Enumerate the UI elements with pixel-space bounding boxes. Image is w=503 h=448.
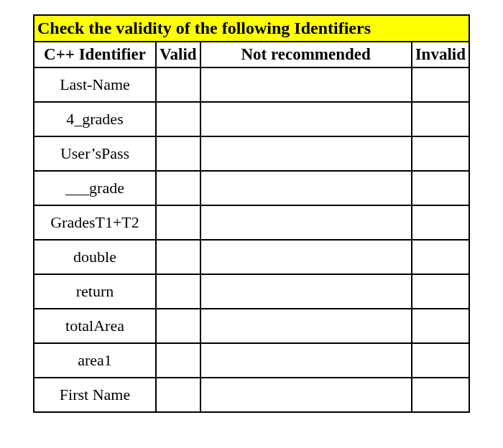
column-header-valid: Valid — [156, 42, 200, 67]
cell-identifier: return — [34, 274, 156, 309]
cell-valid[interactable] — [156, 67, 200, 102]
cell-notrecommended[interactable] — [200, 309, 412, 343]
table-row: area1 — [34, 343, 469, 378]
column-header-invalid: Invalid — [412, 42, 469, 67]
table-row: User’sPass — [34, 136, 469, 171]
table-row: 4_grades — [34, 102, 469, 136]
cell-notrecommended[interactable] — [200, 136, 412, 171]
cell-invalid[interactable] — [412, 136, 469, 171]
cell-valid[interactable] — [156, 102, 200, 136]
cell-notrecommended[interactable] — [200, 171, 412, 205]
cell-invalid[interactable] — [412, 240, 469, 274]
cell-identifier: totalArea — [34, 309, 156, 343]
cell-valid[interactable] — [156, 378, 200, 412]
cell-valid[interactable] — [156, 136, 200, 171]
cell-invalid[interactable] — [412, 309, 469, 343]
cell-notrecommended[interactable] — [200, 102, 412, 136]
cell-notrecommended[interactable] — [200, 240, 412, 274]
cell-notrecommended[interactable] — [200, 274, 412, 309]
table-header-row: C++ Identifier Valid Not recommended Inv… — [34, 42, 469, 67]
cell-identifier: area1 — [34, 343, 156, 378]
cell-valid[interactable] — [156, 205, 200, 240]
cell-valid[interactable] — [156, 240, 200, 274]
cell-identifier: First Name — [34, 378, 156, 412]
cell-invalid[interactable] — [412, 205, 469, 240]
cell-identifier: ___grade — [34, 171, 156, 205]
cell-valid[interactable] — [156, 171, 200, 205]
cell-valid[interactable] — [156, 274, 200, 309]
cell-invalid[interactable] — [412, 343, 469, 378]
cell-notrecommended[interactable] — [200, 378, 412, 412]
cell-identifier: Last-Name — [34, 67, 156, 102]
cell-valid[interactable] — [156, 309, 200, 343]
cell-identifier: User’sPass — [34, 136, 156, 171]
cell-notrecommended[interactable] — [200, 67, 412, 102]
table-title-row: Check the validity of the following Iden… — [34, 15, 469, 42]
cell-invalid[interactable] — [412, 67, 469, 102]
table-row: GradesT1+T2 — [34, 205, 469, 240]
column-header-notrecommended: Not recommended — [200, 42, 412, 67]
identifier-table: Check the validity of the following Iden… — [33, 14, 470, 413]
cell-notrecommended[interactable] — [200, 343, 412, 378]
cell-invalid[interactable] — [412, 171, 469, 205]
cell-identifier: GradesT1+T2 — [34, 205, 156, 240]
table-row: Last-Name — [34, 67, 469, 102]
table-row: double — [34, 240, 469, 274]
table-row: ___grade — [34, 171, 469, 205]
identifier-table-container: Check the validity of the following Iden… — [33, 14, 470, 413]
cell-invalid[interactable] — [412, 102, 469, 136]
cell-identifier: double — [34, 240, 156, 274]
cell-invalid[interactable] — [412, 378, 469, 412]
table-title: Check the validity of the following Iden… — [34, 15, 469, 42]
cell-valid[interactable] — [156, 343, 200, 378]
table-body: Last-Name 4_grades User’sPass ___grade — [34, 67, 469, 412]
column-header-identifier: C++ Identifier — [34, 42, 156, 67]
table-row: return — [34, 274, 469, 309]
cell-invalid[interactable] — [412, 274, 469, 309]
cell-notrecommended[interactable] — [200, 205, 412, 240]
table-row: totalArea — [34, 309, 469, 343]
cell-identifier: 4_grades — [34, 102, 156, 136]
table-row: First Name — [34, 378, 469, 412]
